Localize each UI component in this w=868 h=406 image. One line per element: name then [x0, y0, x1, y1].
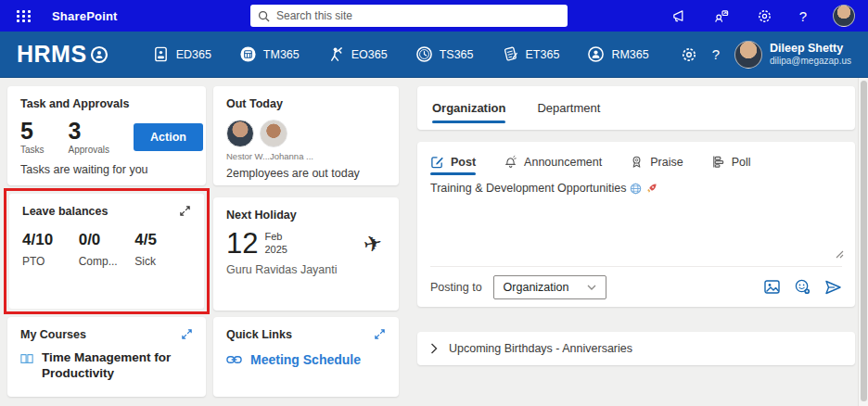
- leave-card-title: Leave balances: [22, 205, 108, 218]
- tab-praise[interactable]: Praise: [630, 151, 683, 178]
- expand-icon[interactable]: [179, 205, 191, 217]
- gear-icon[interactable]: [757, 7, 773, 24]
- quick-link-item[interactable]: Meeting Schedule: [226, 352, 386, 367]
- holiday-card-title: Next Holiday: [226, 209, 386, 222]
- nav-label: TS365: [440, 48, 474, 61]
- nav-label: ET365: [526, 48, 560, 61]
- tab-department[interactable]: Department: [537, 86, 600, 130]
- birthdays-card[interactable]: Upcoming Birthdays - Anniversaries: [417, 332, 855, 365]
- emoji-icon[interactable]: [795, 279, 811, 295]
- nav-label: RM365: [611, 48, 648, 61]
- insert-image-icon[interactable]: [764, 280, 781, 295]
- nav-item-ed365[interactable]: ED365: [152, 45, 211, 63]
- app-nav: ED365 TM365 EO365 TS365 ET365: [152, 45, 649, 63]
- nav-item-tm365[interactable]: TM365: [239, 45, 300, 63]
- nav-item-eo365[interactable]: EO365: [327, 45, 388, 63]
- app-help-icon[interactable]: ?: [712, 46, 720, 62]
- holiday-day: 12: [226, 229, 258, 258]
- course-title: Time Management for Productivity: [42, 350, 193, 382]
- leave-label: Comp...: [79, 255, 135, 268]
- hrms-logo-person-icon: [90, 45, 108, 64]
- person-circle-icon: [587, 45, 605, 63]
- chevron-right-icon: [430, 343, 438, 354]
- megaphone-icon[interactable]: [671, 7, 688, 24]
- post-textarea[interactable]: Training & Development Opportunities: [430, 178, 842, 266]
- posting-to-label: Posting to: [430, 281, 482, 294]
- suite-app-name[interactable]: SharePoint: [52, 9, 118, 23]
- share-person-icon[interactable]: [714, 7, 731, 24]
- feed-tabs-card: Organization Department: [417, 86, 855, 130]
- leave-label: Sick: [134, 255, 191, 268]
- tasks-count-label: Tasks: [20, 145, 45, 155]
- clock-icon: [415, 45, 433, 63]
- document-quill-icon: [502, 45, 519, 63]
- tab-organization[interactable]: Organization: [432, 86, 505, 130]
- audience-value: Organization: [504, 281, 569, 294]
- out-today-title: Out Today: [226, 97, 386, 110]
- app-launcher-waffle-icon[interactable]: [17, 10, 32, 22]
- tasks-card-title: Task and Approvals: [20, 97, 193, 110]
- out-employee-name: Johanna ...: [270, 151, 313, 161]
- out-employee-avatar[interactable]: [260, 120, 287, 147]
- nav-item-ts365[interactable]: TS365: [415, 45, 474, 63]
- post-composer-card: Post Announcement Praise Poll: [417, 142, 855, 307]
- tasks-footer-text: Tasks are waiting for you: [20, 163, 193, 176]
- search-input[interactable]: [276, 9, 560, 22]
- calendar-circle-icon: [239, 45, 257, 63]
- praise-medal-icon: [630, 155, 644, 169]
- out-today-summary: 2employees are out today: [226, 167, 386, 180]
- leave-value: 4/10: [22, 231, 79, 249]
- hrms-app-bar: HRMS ED365 TM365 EO365 TS: [0, 32, 868, 78]
- settings-gear-icon[interactable]: [681, 46, 697, 63]
- leave-item-comp: 0/0 Comp...: [79, 231, 135, 268]
- hrms-logo[interactable]: HRMS: [17, 41, 108, 68]
- quick-links-title: Quick Links: [226, 328, 292, 341]
- send-icon[interactable]: [824, 280, 842, 295]
- textarea-resize-handle[interactable]: [836, 246, 844, 262]
- leave-label: PTO: [22, 255, 79, 268]
- suite-bar: SharePoint ?: [0, 0, 868, 32]
- expand-icon[interactable]: [181, 328, 193, 340]
- course-item[interactable]: Time Management for Productivity: [20, 350, 193, 382]
- nav-item-rm365[interactable]: RM365: [587, 45, 648, 63]
- user-name: Dileep Shetty: [770, 42, 851, 56]
- leave-value: 4/5: [134, 231, 191, 249]
- nav-item-et365[interactable]: ET365: [502, 45, 560, 63]
- suite-user-avatar[interactable]: [833, 5, 855, 27]
- audience-dropdown[interactable]: Organization: [493, 275, 607, 299]
- quick-links-card: Quick Links Meeting Schedule: [213, 317, 399, 397]
- chevron-down-icon: [587, 285, 596, 290]
- tab-poll[interactable]: Poll: [711, 151, 751, 178]
- tasks-approvals-card: Task and Approvals 5 Tasks 3 Approvals A…: [7, 86, 206, 185]
- action-button[interactable]: Action: [134, 123, 203, 151]
- tasks-stat: 5 Tasks: [20, 120, 45, 155]
- user-account[interactable]: Dileep Shetty dilipa@megazap.us: [734, 41, 851, 69]
- tab-announcement[interactable]: Announcement: [504, 151, 602, 178]
- tab-label: Poll: [732, 156, 751, 169]
- nav-label: TM365: [263, 48, 300, 61]
- approvals-stat: 3 Approvals: [69, 120, 109, 155]
- tab-label: Announcement: [524, 156, 602, 169]
- approvals-count-label: Approvals: [69, 145, 109, 155]
- expand-icon[interactable]: [374, 328, 386, 340]
- tab-label: Post: [451, 156, 476, 169]
- help-icon[interactable]: ?: [799, 8, 807, 24]
- site-search[interactable]: [250, 5, 568, 27]
- out-employee-name: Nestor W...: [226, 151, 270, 161]
- birthdays-title: Upcoming Birthdays - Anniversaries: [449, 342, 632, 355]
- out-employee-avatar[interactable]: [226, 120, 254, 147]
- holiday-name: Guru Ravidas Jayanti: [226, 263, 386, 276]
- hrms-logo-text: HRMS: [17, 41, 87, 68]
- tab-label: Praise: [650, 156, 683, 169]
- announcement-bell-icon: [504, 155, 517, 169]
- airplane-icon: ✈: [364, 231, 382, 257]
- courses-card-title: My Courses: [20, 328, 86, 341]
- leave-balances-highlight-box: Leave balances 4/10 PTO 0/0 Comp... 4/5 …: [4, 188, 210, 314]
- tab-post[interactable]: Post: [430, 151, 476, 178]
- page-scrollbar[interactable]: [858, 78, 868, 406]
- out-today-card: Out Today Nestor W... Johanna ... 2emplo…: [213, 86, 399, 185]
- scrollbar-thumb[interactable]: [861, 81, 867, 401]
- post-text-content: Training & Development Opportunities: [430, 182, 626, 195]
- quick-link-label: Meeting Schedule: [250, 352, 361, 367]
- leave-item-pto: 4/10 PTO: [22, 231, 79, 268]
